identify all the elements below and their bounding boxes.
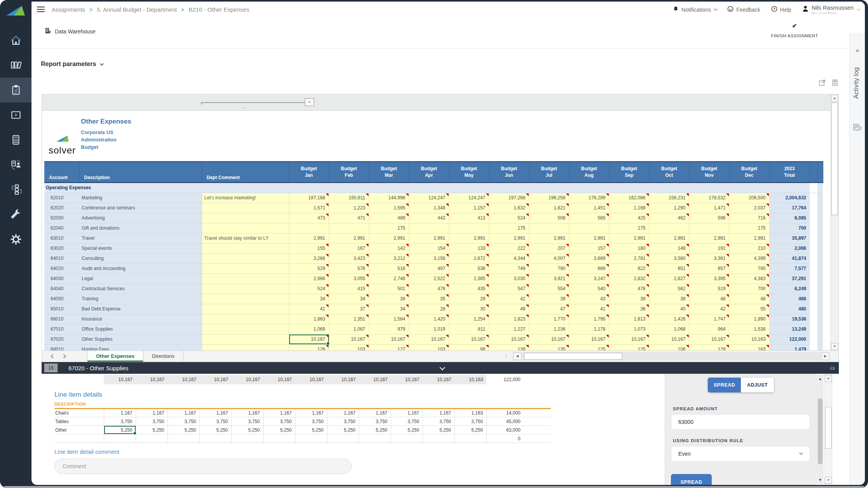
line-item-name[interactable]: Other bbox=[54, 426, 104, 434]
cell-month[interactable]: 1,168 bbox=[609, 203, 649, 213]
cell-month[interactable]: 2,672 bbox=[449, 253, 489, 263]
cell-month[interactable]: 2,991 bbox=[609, 233, 649, 243]
scroll-up-icon[interactable]: ▲ bbox=[825, 375, 832, 382]
finish-assignment-button[interactable]: ✔ FINISH ASSIGNMENT bbox=[765, 22, 824, 38]
line-item-cell[interactable]: 5,250 bbox=[391, 426, 423, 434]
cell-month[interactable]: 175 bbox=[729, 223, 769, 233]
cell-month[interactable]: 10,167 bbox=[449, 334, 489, 344]
cell-description[interactable]: Consulting bbox=[79, 253, 202, 263]
cell-month[interactable]: 48 bbox=[729, 294, 769, 304]
line-item-cell[interactable]: 3,750 bbox=[295, 417, 327, 426]
cell-comment[interactable] bbox=[202, 324, 289, 334]
cell-month[interactable]: 175 bbox=[489, 223, 529, 233]
cell-total[interactable]: 19,536 bbox=[769, 314, 810, 324]
cell-month[interactable]: 1,236 bbox=[529, 324, 569, 334]
cell-month[interactable]: 3,247 bbox=[569, 274, 609, 284]
cell-month[interactable]: 2,991 bbox=[689, 233, 729, 243]
cell-account[interactable]: 68010 bbox=[44, 344, 79, 350]
cell-description[interactable]: Contractual Services bbox=[79, 284, 202, 294]
cell-month[interactable]: 562 bbox=[649, 284, 689, 294]
cell-month[interactable]: 1,420 bbox=[409, 314, 449, 324]
line-item-cell[interactable]: 5,250 bbox=[136, 426, 168, 434]
cell-month[interactable]: 462 bbox=[649, 213, 689, 223]
cell-month[interactable]: 1,471 bbox=[689, 203, 729, 213]
line-item-cell[interactable] bbox=[359, 434, 391, 443]
cell-month[interactable]: 125 bbox=[609, 344, 649, 350]
cell-month[interactable]: 2,522 bbox=[409, 274, 449, 284]
cell-description[interactable]: Training bbox=[79, 294, 202, 304]
breadcrumb-item[interactable]: B210 - Other Expenses bbox=[189, 6, 249, 13]
line-item-cell[interactable]: 1,167 bbox=[199, 409, 231, 417]
cell-total[interactable]: 2,066 bbox=[769, 243, 810, 253]
line-item-cell[interactable]: 3,750 bbox=[391, 417, 423, 426]
cell-total[interactable]: 7,577 bbox=[769, 263, 810, 274]
cell-month[interactable]: 43 bbox=[569, 294, 609, 304]
cell-month[interactable]: 10,167 bbox=[289, 334, 329, 344]
vertical-scrollbar[interactable]: ▲ ▼ bbox=[830, 94, 838, 350]
cell-total[interactable]: 700 bbox=[769, 223, 810, 233]
cell-month[interactable]: 1,632 bbox=[489, 203, 529, 213]
line-item-cell[interactable]: 5,250 bbox=[454, 426, 486, 434]
cell-comment[interactable] bbox=[202, 304, 289, 314]
line-item-cell[interactable] bbox=[263, 434, 295, 443]
line-item-cell[interactable]: 1,167 bbox=[359, 409, 391, 417]
cell-month[interactable]: 42 bbox=[689, 304, 729, 314]
cell-description[interactable]: Gift and donations bbox=[79, 223, 202, 233]
cell-month[interactable]: 210 bbox=[729, 243, 769, 253]
cell-month[interactable]: 29 bbox=[449, 294, 489, 304]
cell-account[interactable]: 63010 bbox=[44, 233, 79, 243]
cell-month[interactable]: 175 bbox=[369, 223, 409, 233]
line-item-cell[interactable]: 5,250 bbox=[168, 426, 199, 434]
line-item-cell[interactable]: 3,750 bbox=[104, 417, 136, 426]
cell-comment[interactable]: Travel should stay similar to LY bbox=[202, 233, 289, 243]
cell-month[interactable]: 2,991 bbox=[729, 233, 769, 243]
line-item-cell[interactable]: 1,167 bbox=[391, 409, 423, 417]
line-item-cell[interactable]: 3,750 bbox=[263, 417, 295, 426]
cell-comment[interactable] bbox=[202, 243, 289, 253]
cell-account[interactable]: 64040 bbox=[44, 284, 79, 294]
line-item-cell[interactable] bbox=[104, 434, 136, 443]
cell-month[interactable]: 4,007 bbox=[529, 253, 569, 263]
cell-month[interactable] bbox=[529, 223, 569, 233]
cell-month[interactable]: 41 bbox=[289, 304, 329, 314]
cell-month[interactable]: 10,167 bbox=[489, 334, 529, 344]
cell-account[interactable]: 64010 bbox=[44, 253, 79, 263]
cell-month[interactable]: 38 bbox=[609, 294, 649, 304]
cell-month[interactable]: 191 bbox=[689, 243, 729, 253]
cell-month[interactable]: 10,163 bbox=[729, 334, 769, 344]
cell-total[interactable]: 480 bbox=[769, 304, 810, 314]
cell-account[interactable]: 64020 bbox=[44, 263, 79, 274]
cell-month[interactable]: 519 bbox=[689, 284, 729, 294]
sidebar-item-assignments[interactable] bbox=[0, 78, 31, 103]
cell-total[interactable]: 13,249 bbox=[769, 324, 810, 334]
line-item-cell[interactable]: 1,167 bbox=[231, 409, 263, 417]
cell-month[interactable]: 10,167 bbox=[609, 334, 649, 344]
outline-collapse-button[interactable]: − bbox=[305, 98, 314, 106]
scroll-right-icon[interactable]: ▶ bbox=[821, 352, 830, 360]
cell-month[interactable]: 106 bbox=[649, 344, 689, 350]
line-item-cell[interactable]: 1,167 bbox=[327, 409, 359, 417]
cell-month[interactable]: 596 bbox=[689, 213, 729, 223]
sidebar-item-reports[interactable] bbox=[0, 103, 31, 127]
cell-month[interactable]: 1,890 bbox=[729, 314, 769, 324]
cell-description[interactable]: Hosting Fees bbox=[79, 344, 202, 350]
cell-month[interactable]: 435 bbox=[449, 284, 489, 294]
cell-month[interactable]: 1,019 bbox=[409, 324, 449, 334]
cell-month[interactable]: 10,167 bbox=[369, 334, 409, 344]
line-item-name[interactable] bbox=[54, 434, 104, 443]
formula-icon[interactable]: √x bbox=[830, 365, 835, 371]
cell-month[interactable]: 148 bbox=[649, 243, 689, 253]
cell-month[interactable]: 716 bbox=[729, 213, 769, 223]
cell-comment[interactable] bbox=[202, 344, 289, 350]
cell-month[interactable]: 508 bbox=[529, 213, 569, 223]
cell-month[interactable]: 2,991 bbox=[329, 233, 369, 243]
cell-month[interactable]: 34 bbox=[329, 294, 369, 304]
cell-month[interactable]: 38 bbox=[649, 294, 689, 304]
cell-description[interactable]: Marketing bbox=[79, 193, 202, 203]
scrollbar-thumb[interactable] bbox=[825, 407, 831, 449]
adjust-tab[interactable]: ADJUST bbox=[741, 378, 774, 392]
cell-month[interactable]: 536 bbox=[449, 263, 489, 274]
collapse-panel-icon[interactable]: « bbox=[850, 47, 865, 54]
cell-month[interactable]: 10,167 bbox=[689, 334, 729, 344]
cell-month[interactable]: 3,158 bbox=[409, 253, 449, 263]
